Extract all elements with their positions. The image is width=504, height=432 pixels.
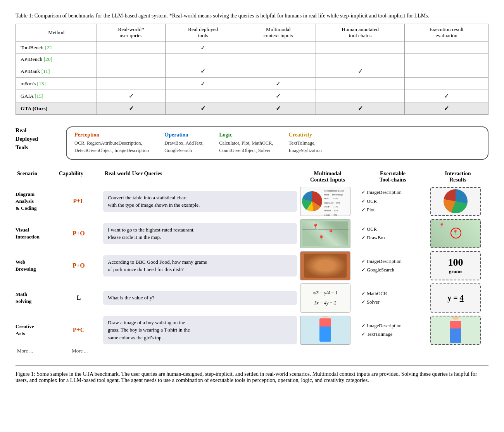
query-diagram: Convert the table into a statistical cha… bbox=[103, 191, 297, 212]
header-capability: Capability bbox=[59, 171, 102, 183]
figure-caption: Figure 1: Some samples in the GTA benchm… bbox=[16, 371, 488, 384]
category-name-creativity: Creativity bbox=[289, 132, 322, 138]
tool-category-creativity: Creativity TextToImage,ImageStylization bbox=[289, 132, 322, 154]
col-realworld: Real-world*user quries bbox=[97, 24, 165, 41]
table-row: APIBank [11] ✓ ✓ bbox=[16, 65, 488, 78]
scenario-row-math: MathSolving L What is the value of y? x/… bbox=[16, 283, 488, 313]
tools-box: Perception OCR, RegionAttributeDescripti… bbox=[66, 126, 488, 160]
result-diagram bbox=[430, 187, 488, 216]
result-web: 100 grams bbox=[430, 251, 488, 280]
col-deployed: Real deployedtools bbox=[165, 24, 241, 41]
table-caption: Table 1: Comparison of benchmarks for th… bbox=[16, 12, 442, 20]
capability-web: P+O bbox=[57, 262, 100, 269]
header-queries: Real-world User Queries bbox=[105, 171, 295, 183]
table-row: m&m's [13] ✓ ✓ bbox=[16, 78, 488, 90]
toolchain-web: ✓ ImageDescription ✓ GoogleSearch bbox=[361, 257, 427, 275]
query-web: According to BBC Good Food, how many gra… bbox=[103, 255, 297, 276]
scenario-name-diagram: DiagramAnalysis& Coding bbox=[16, 191, 54, 212]
result-math: y = 4 bbox=[430, 283, 488, 313]
table-row-gta: GTA (Ours) ✓ ✓ ✓ ✓ ✓ bbox=[16, 102, 488, 115]
more-capability: More ... bbox=[72, 348, 88, 354]
scenario-name-math: MathSolving bbox=[16, 291, 54, 305]
header-scenario: Scenario bbox=[17, 171, 56, 183]
query-creative: Draw a image of a boy walking on thegras… bbox=[103, 316, 297, 345]
header-context: MultimodalContext Inputs bbox=[299, 171, 357, 183]
table-row: APIBench [20] bbox=[16, 54, 488, 65]
capability-visual: P+O bbox=[57, 230, 100, 237]
context-web bbox=[300, 251, 358, 280]
table-row: GAIA [15] ✓ ✓ ✓ bbox=[16, 90, 488, 102]
more-scenario: More ... bbox=[17, 348, 33, 354]
scenario-row-web: WebBrowsing P+O According to BBC Good Fo… bbox=[16, 251, 488, 280]
category-items-creativity: TextToImage,ImageStylization bbox=[289, 140, 322, 154]
capability-diagram: P+L bbox=[57, 198, 100, 205]
capability-creative: P+C bbox=[57, 327, 100, 334]
toolchain-visual: ✓ OCR ✓ DrawBox bbox=[361, 225, 427, 242]
tool-category-perception: Perception OCR, RegionAttributeDescripti… bbox=[74, 132, 149, 154]
toolchain-diagram: ✓ ImageDescription ✓ OCR ✓ Plot bbox=[361, 188, 427, 214]
context-creative bbox=[300, 316, 358, 345]
scenario-row-visual: VisualInteraction P+O I want to go to th… bbox=[16, 219, 488, 248]
category-name-operation: Operation bbox=[164, 132, 204, 138]
context-diagram: Recommended Diet Food Percentage Fruit 3… bbox=[300, 187, 358, 216]
query-visual: I want to go to the highest-rated restau… bbox=[103, 223, 297, 244]
header-toolchain: ExecutableTool-chains bbox=[360, 171, 426, 183]
scenario-row-diagram: DiagramAnalysis& Coding P+L Convert the … bbox=[16, 187, 488, 216]
figure-caption-container: Figure 1: Some samples in the GTA benchm… bbox=[16, 365, 488, 384]
category-name-perception: Perception bbox=[74, 132, 149, 138]
context-math: x/3 − y/4 = 1 3x − 4y = 2 bbox=[300, 283, 358, 313]
tool-category-logic: Logic Calculator, Plot, MathOCR,CountGiv… bbox=[219, 132, 273, 154]
scenario-name-web: WebBrowsing bbox=[16, 259, 54, 273]
query-math: What is the value of y? bbox=[103, 291, 297, 305]
result-creative bbox=[430, 316, 488, 345]
col-execution: Execution resultevaluation bbox=[405, 24, 488, 41]
scenario-name-visual: VisualInteraction bbox=[16, 226, 54, 240]
category-name-logic: Logic bbox=[219, 132, 273, 138]
tools-section: RealDeployedTools Perception OCR, Region… bbox=[16, 126, 488, 160]
comparison-table: Method Real-world*user quries Real deplo… bbox=[16, 24, 488, 115]
result-visual: 📍 📍 bbox=[430, 219, 488, 248]
tools-label: RealDeployedTools bbox=[16, 126, 58, 152]
col-method: Method bbox=[16, 24, 97, 41]
scenario-section: Scenario Capability Real-world User Quer… bbox=[16, 171, 488, 354]
col-multimodal: Multimodalcontext inputs bbox=[241, 24, 316, 41]
header-results: InteractionResults bbox=[429, 171, 487, 183]
scenario-header: Scenario Capability Real-world User Quer… bbox=[16, 171, 488, 183]
context-visual: 📍 📍 📍 bbox=[300, 219, 358, 248]
table-row: ToolBench [22] ✓ bbox=[16, 41, 488, 54]
category-items-operation: DrawBox, AddText,GoogleSearch bbox=[164, 140, 204, 154]
scenario-row-creative: CreativeArts P+C Draw a image of a boy w… bbox=[16, 316, 488, 345]
scenario-name-creative: CreativeArts bbox=[16, 323, 54, 337]
tool-category-operation: Operation DrawBox, AddText,GoogleSearch bbox=[164, 132, 204, 154]
col-human: Human annotatedtool chains bbox=[316, 24, 405, 41]
toolchain-creative: ✓ ImageDescription ✓ TextToImage bbox=[361, 321, 427, 339]
category-items-logic: Calculator, Plot, MathOCR,CountGivenObje… bbox=[219, 140, 273, 154]
more-row: More ... More ... bbox=[17, 348, 488, 354]
category-items-perception: OCR, RegionAttributeDescription,DetectGi… bbox=[74, 140, 149, 154]
capability-math: L bbox=[57, 294, 100, 301]
toolchain-math: ✓ MathOCR ✓ Solver bbox=[361, 289, 427, 307]
